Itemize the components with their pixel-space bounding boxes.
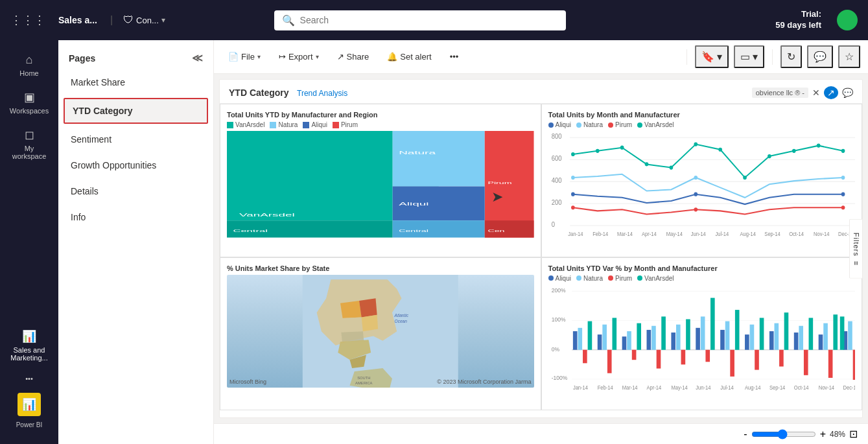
- svg-text:200: 200: [551, 199, 561, 206]
- focus-icon[interactable]: ✕: [812, 88, 820, 98]
- filters-tab[interactable]: Filters ≡: [849, 218, 863, 278]
- report-canvas: YTD Category Trend Analysis obvience llc…: [219, 79, 863, 418]
- svg-rect-114: [774, 323, 779, 349]
- svg-marker-62: [359, 298, 377, 317]
- bookmark-icon: 🔖: [701, 51, 714, 63]
- svg-text:Apr-14: Apr-14: [646, 385, 661, 391]
- page-item-sentiment[interactable]: Sentiment: [58, 126, 213, 152]
- page-item-ytdcategory[interactable]: YTD Category: [64, 98, 208, 124]
- chart-icon: 📊: [22, 329, 36, 344]
- legend-natura: Natura: [270, 121, 298, 128]
- legend-pirum: Pirum: [608, 275, 632, 282]
- favorite-button[interactable]: ☆: [838, 45, 860, 68]
- share-button[interactable]: ↗ Share: [331, 48, 376, 65]
- share-icon: ↗: [337, 52, 344, 62]
- svg-rect-116: [784, 312, 788, 350]
- collapse-button[interactable]: ≪: [192, 52, 203, 64]
- pin-icon[interactable]: 💬: [842, 88, 853, 98]
- legend-aliqui: Aliqui: [548, 121, 571, 128]
- svg-marker-63: [340, 317, 363, 332]
- sidebar-item-label: My workspace: [11, 145, 47, 160]
- report-body: Total Units YTD by Manufacturer and Regi…: [220, 104, 862, 410]
- svg-point-45: [694, 207, 698, 211]
- treemap-legend: VanArsdel Natura Aliqui Pirum: [227, 121, 534, 128]
- refresh-button[interactable]: ↻: [780, 45, 802, 68]
- svg-text:Sep-14: Sep-14: [769, 385, 785, 391]
- svg-rect-86: [602, 324, 607, 349]
- trial-info: Trial: 59 days left: [775, 9, 821, 31]
- legend-dot-pirum: [608, 275, 613, 281]
- svg-rect-83: [583, 349, 587, 363]
- sidebar-item-salesmarketing[interactable]: 📊 Sales and Marketing...: [3, 324, 55, 367]
- svg-text:Mar-14: Mar-14: [617, 231, 633, 237]
- page-item-info[interactable]: Info: [58, 204, 213, 230]
- view-button[interactable]: ▭ ▾: [734, 45, 764, 68]
- svg-rect-105: [720, 329, 725, 349]
- linechart-panel: Total Units by Month and Manufacturer Al…: [541, 104, 863, 257]
- svg-text:Aug-14: Aug-14: [740, 231, 756, 237]
- svg-marker-61: [340, 300, 362, 318]
- bookmark-button[interactable]: 🔖 ▾: [695, 45, 729, 68]
- svg-text:Central: Central: [399, 229, 428, 233]
- svg-point-33: [743, 176, 747, 180]
- alert-button[interactable]: 🔔 Set alert: [381, 48, 438, 65]
- legend-pirum: Pirum: [608, 121, 632, 128]
- avatar[interactable]: [837, 10, 858, 30]
- svg-rect-94: [651, 325, 656, 349]
- svg-point-39: [694, 176, 698, 180]
- svg-rect-111: [755, 349, 759, 369]
- sidebar-item-workspaces[interactable]: ▣ Workspaces: [3, 85, 55, 120]
- pages-title: Pages: [69, 53, 95, 64]
- sidebar-more[interactable]: •••: [3, 369, 55, 388]
- search-bar[interactable]: 🔍: [274, 10, 566, 30]
- legend-dot-vanarsdel: [637, 275, 642, 281]
- app-name: Sales a...: [58, 15, 97, 25]
- legend-color-natura: [270, 122, 276, 128]
- page-item-details[interactable]: Details: [58, 178, 213, 204]
- apps-icon[interactable]: ⋮⋮⋮: [10, 13, 45, 27]
- chevron-down-icon: ▾: [257, 53, 261, 60]
- obvience-badge: obvience llc ® -: [752, 88, 808, 98]
- file-button[interactable]: 📄 File ▾: [222, 48, 267, 65]
- svg-point-29: [644, 162, 648, 166]
- svg-text:Apr-14: Apr-14: [641, 231, 656, 237]
- filters-label: Filters: [852, 232, 860, 256]
- legend-dot-aliqui: [548, 123, 554, 128]
- map-source: Microsoft Bing: [229, 379, 266, 385]
- legend-pirum: Pirum: [333, 121, 358, 128]
- export-button[interactable]: ↦ Export ▾: [272, 48, 325, 65]
- chevron-down-icon: ▾: [161, 16, 165, 25]
- workspace-selector[interactable]: 🛡 Con... ▾: [123, 14, 165, 26]
- sidebar-item-home[interactable]: ⌂ Home: [3, 48, 55, 82]
- home-icon: ⌂: [26, 53, 33, 67]
- bell-icon: 🔔: [387, 52, 397, 62]
- divider: [772, 49, 773, 65]
- search-input[interactable]: [300, 15, 558, 25]
- report-title-area: YTD Category Trend Analysis: [229, 87, 347, 99]
- svg-point-46: [841, 205, 845, 209]
- svg-rect-89: [622, 336, 626, 350]
- svg-rect-128: [839, 316, 844, 349]
- legend-dot-aliqui: [548, 275, 554, 281]
- page-item-marketshare[interactable]: Market Share: [58, 69, 213, 95]
- svg-text:Oct-14: Oct-14: [789, 231, 804, 237]
- fit-button[interactable]: ⊡: [849, 428, 858, 440]
- barchart-chart: 200% 100% 0% -100%: [548, 285, 856, 391]
- more-button[interactable]: •••: [443, 48, 465, 65]
- share-label: Share: [347, 52, 369, 62]
- comment-button[interactable]: 💬: [807, 45, 833, 68]
- expand-icon[interactable]: ↗: [824, 86, 838, 99]
- page-item-growthopportunities[interactable]: Growth Opportunities: [58, 152, 213, 178]
- zoom-in-button[interactable]: +: [820, 428, 826, 440]
- zoom-slider[interactable]: [751, 429, 816, 439]
- filter-lines-icon: ≡: [852, 261, 860, 264]
- legend-dot-pirum: [608, 123, 613, 128]
- svg-rect-126: [848, 321, 852, 349]
- zoom-out-button[interactable]: -: [744, 428, 747, 440]
- svg-text:Feb-14: Feb-14: [592, 231, 609, 237]
- svg-text:May-14: May-14: [666, 231, 683, 237]
- sidebar-item-myworkspace[interactable]: ◻ My workspace: [3, 123, 55, 165]
- svg-rect-119: [803, 349, 808, 375]
- svg-text:Mar-14: Mar-14: [622, 385, 638, 391]
- svg-text:Jan-14: Jan-14: [568, 231, 583, 237]
